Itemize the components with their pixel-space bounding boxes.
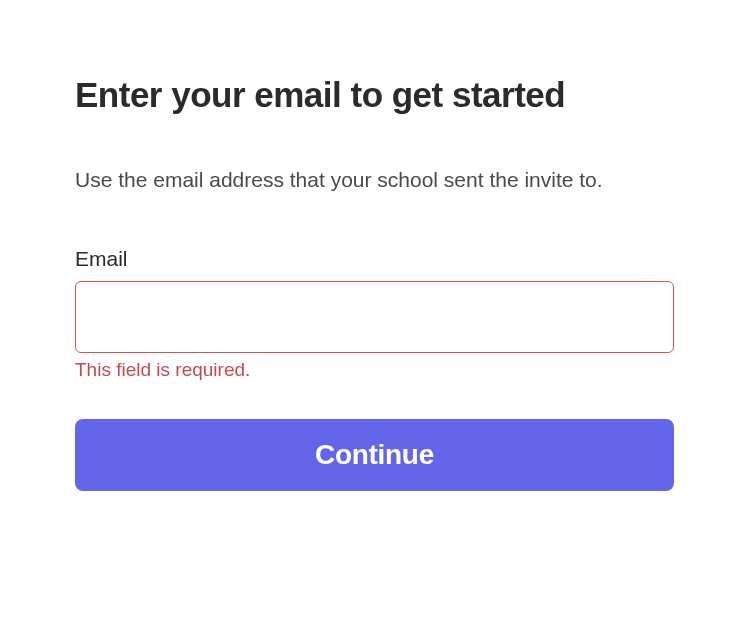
email-entry-form: Enter your email to get started Use the … <box>75 75 674 491</box>
email-error-message: This field is required. <box>75 359 674 381</box>
email-label: Email <box>75 247 674 271</box>
instruction-text: Use the email address that your school s… <box>75 163 674 197</box>
page-title: Enter your email to get started <box>75 75 674 115</box>
email-field[interactable] <box>75 281 674 353</box>
continue-button[interactable]: Continue <box>75 419 674 491</box>
